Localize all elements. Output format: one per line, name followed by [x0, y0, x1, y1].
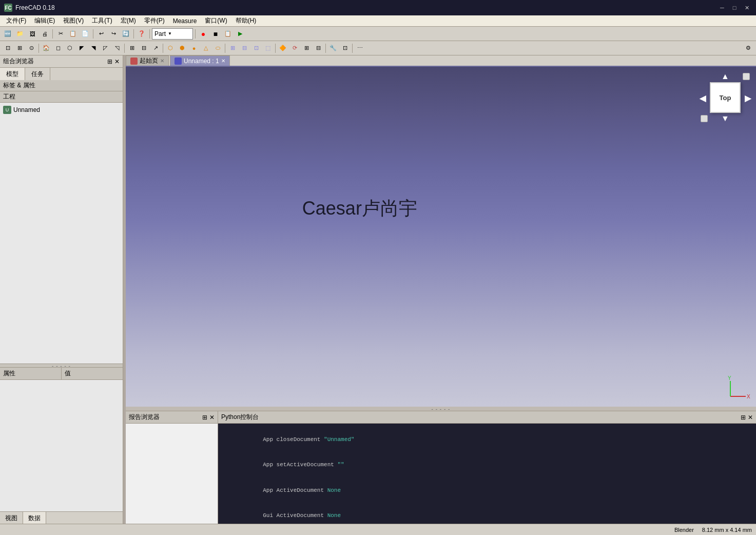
open-button[interactable]: 📁: [14, 28, 26, 40]
dimensions-label: 8.12 mm x 4.14 mm: [702, 527, 752, 533]
combo-close-icon[interactable]: ✕: [114, 58, 120, 65]
view-sep-3: [163, 44, 163, 53]
draw-style-button[interactable]: ⊙: [26, 43, 37, 54]
properties-header: 属性 值: [0, 368, 123, 380]
cut-button[interactable]: ✂: [55, 28, 66, 40]
report-browser-header: 报告浏览器 ⊞ ✕: [126, 411, 218, 424]
menu-item-f[interactable]: 文件(F): [2, 15, 30, 26]
tab-data[interactable]: 数据: [23, 512, 46, 524]
paste-button[interactable]: 📄: [80, 28, 91, 40]
viewport[interactable]: Caesar卢尚宇 ▲ ◀ Top ▶ ▼ X: [126, 67, 756, 407]
part-cut-button[interactable]: ⊟: [239, 43, 250, 54]
tab-unnamed-1[interactable]: Unnamed : 1 ✕: [170, 55, 230, 66]
help-button[interactable]: ❓: [136, 28, 147, 40]
view-sep-1: [38, 44, 39, 53]
view-sep-6: [325, 44, 326, 53]
menu-item-t[interactable]: 工具(T): [88, 15, 116, 26]
refresh-button[interactable]: 🔄: [120, 28, 131, 40]
nav-cube-corner-bl[interactable]: [701, 115, 708, 122]
menu-item-e[interactable]: 编辑(E): [30, 15, 59, 26]
tab-model[interactable]: 模型: [0, 68, 25, 80]
tree-item-unnamed[interactable]: U Unnamed: [2, 105, 121, 115]
stop-button[interactable]: ■: [210, 28, 221, 40]
navigation-cube[interactable]: ▲ ◀ Top ▶ ▼: [700, 72, 751, 123]
view-front-button[interactable]: ◻: [52, 43, 64, 54]
part-sphere-button[interactable]: ●: [188, 43, 200, 54]
menu-item-h[interactable]: 帮助(H): [231, 15, 261, 26]
view-isometric-button[interactable]: ⊞: [126, 43, 138, 54]
combo-browser-title: 组合浏览器: [3, 57, 34, 66]
python-close-icon[interactable]: ✕: [748, 414, 753, 421]
py-text-4: Gui ActiveDocument: [263, 512, 327, 519]
nav-cube-left-arrow[interactable]: ◀: [700, 93, 706, 103]
part-fillet-button[interactable]: ⊟: [313, 43, 324, 54]
view-trimetric-button[interactable]: ↗: [150, 43, 161, 54]
report-close-icon[interactable]: ✕: [209, 414, 215, 421]
record-button[interactable]: ●: [198, 28, 209, 40]
maximize-button[interactable]: □: [729, 3, 740, 13]
view-sep-5: [275, 44, 276, 53]
view-bottom-button[interactable]: ◹: [111, 43, 123, 54]
more-tools-button[interactable]: ⋯: [354, 43, 365, 54]
part-revolve-button[interactable]: ⟳: [289, 43, 300, 54]
menu-item-m[interactable]: 宏(M): [117, 15, 140, 26]
menu-item-v[interactable]: 视图(V): [59, 15, 88, 26]
dropdown-arrow-icon: ▼: [168, 31, 172, 36]
minimize-button[interactable]: ─: [717, 3, 727, 13]
python-console-content[interactable]: App closeDocument "Unnamed" App setActiv…: [218, 424, 756, 524]
print-button[interactable]: 🖨: [39, 28, 50, 40]
image-button[interactable]: 🖼: [27, 28, 38, 40]
part-fuse-button[interactable]: ⊡: [250, 43, 262, 54]
view-dimetric-button[interactable]: ⊟: [138, 43, 149, 54]
copy-button[interactable]: 📋: [67, 28, 79, 40]
part-mirror-button[interactable]: ⊞: [301, 43, 312, 54]
part-extrude-button[interactable]: 🔶: [277, 43, 288, 54]
py-text-2: App setActiveDocument: [263, 462, 337, 468]
workbench-dropdown[interactable]: Part ▼: [152, 28, 193, 40]
view-rear-button[interactable]: ◥: [88, 43, 99, 54]
unnamed-tab-close-icon[interactable]: ✕: [221, 58, 225, 64]
part-cylinder-button[interactable]: ⬢: [177, 43, 188, 54]
undo-button[interactable]: ↩: [95, 28, 107, 40]
part-boolean-button[interactable]: ⊞: [227, 43, 238, 54]
fit-all-button[interactable]: ⊡: [2, 43, 13, 54]
macro-saveas-button[interactable]: 📋: [222, 28, 234, 40]
part-cone-button[interactable]: △: [200, 43, 211, 54]
macro-run-button[interactable]: ▶: [235, 28, 246, 40]
view-home-button[interactable]: 🏠: [41, 43, 52, 54]
report-resize-icon[interactable]: ⊞: [202, 414, 207, 421]
tab-start-page[interactable]: 起始页 ✕: [126, 55, 169, 66]
nav-cube-face-top[interactable]: Top: [710, 82, 741, 113]
part-section-button[interactable]: ⊡: [339, 43, 351, 54]
menu-item-w[interactable]: 窗口(W): [201, 15, 231, 26]
view-left-button[interactable]: ◸: [100, 43, 111, 54]
fit-selection-button[interactable]: ⊞: [14, 43, 25, 54]
start-page-tab-close-icon[interactable]: ✕: [160, 58, 164, 64]
part-checkgeometry-button[interactable]: 🔧: [327, 43, 339, 54]
tab-view[interactable]: 视图: [0, 512, 23, 524]
py-line-4: Gui ActiveDocument None: [222, 503, 752, 524]
settings-button[interactable]: ⚙: [743, 43, 754, 54]
nav-cube-down-arrow[interactable]: ▼: [721, 114, 729, 123]
new-button[interactable]: 🆕: [2, 28, 13, 40]
part-common-button[interactable]: ⬚: [262, 43, 274, 54]
combo-resize-icon[interactable]: ⊞: [107, 58, 112, 65]
part-torus-button[interactable]: ⬭: [212, 43, 223, 54]
python-resize-icon[interactable]: ⊞: [741, 414, 746, 421]
redo-button[interactable]: ↪: [108, 28, 119, 40]
viewport-bottom-resize-handle[interactable]: - - - - -: [126, 407, 756, 411]
view-top-button[interactable]: ⬡: [64, 43, 75, 54]
part-box-button[interactable]: ⬡: [165, 43, 176, 54]
tab-task[interactable]: 任务: [25, 68, 50, 80]
nav-cube-up-arrow[interactable]: ▲: [721, 72, 729, 81]
menu-item-p[interactable]: 零件(P): [140, 15, 169, 26]
main-toolbar: 🆕 📁 🖼 🖨 ✂ 📋 📄 ↩ ↪ 🔄 ❓ Part ▼ ● ■ 📋 ▶: [0, 27, 756, 41]
left-panel: 组合浏览器 ⊞ ✕ 模型 任务 标签 & 属性 工程 U Unnamed - -…: [0, 55, 123, 524]
nav-cube-corner-tr[interactable]: [743, 73, 750, 80]
close-button[interactable]: ✕: [742, 3, 752, 13]
vertical-resize-handle[interactable]: - - - - -: [0, 364, 123, 368]
right-area: 起始页 ✕ Unnamed : 1 ✕ Caesar卢尚宇 ▲ ◀ Top ▶ …: [126, 55, 756, 524]
menu-item-measure[interactable]: Measure: [169, 16, 201, 26]
nav-cube-right-arrow[interactable]: ▶: [745, 93, 751, 103]
view-right-button[interactable]: ◤: [76, 43, 87, 54]
